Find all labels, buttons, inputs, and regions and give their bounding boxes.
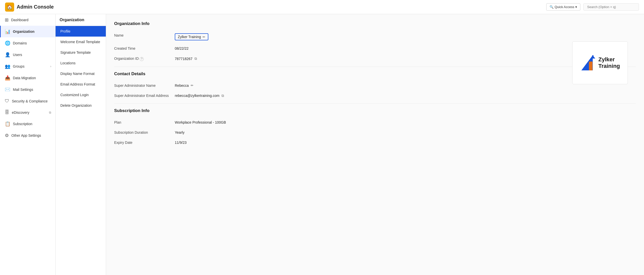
org-logo-box: Zylker Training [572,41,628,84]
sidebar-item-domains[interactable]: 🌐 Domains [0,37,55,49]
org-name-label: Name [114,30,175,43]
submenu-item-delete-org[interactable]: Delete Organization [56,100,106,111]
sidebar-item-security-compliance[interactable]: 🛡 Security & Compliance [0,95,55,107]
org-info-title: Organization Info [114,21,636,26]
duration-label: Subscription Duration [114,127,175,138]
sidebar: ⊞ Dashboard 📊 Organization 🌐 Domains 👤 U… [0,14,56,275]
super-admin-email-label: Super Administrator Email Address [114,91,175,101]
sidebar-item-dashboard[interactable]: ⊞ Dashboard [0,14,55,26]
sidebar-item-users[interactable]: 👤 Users [0,49,55,61]
super-admin-name-edit-icon[interactable]: ✏ [191,84,193,87]
submenu-item-signature[interactable]: Signature Template [56,47,106,58]
duration-value: Yearly [175,127,636,138]
org-id-value: 787718267 ⧉ [175,53,636,64]
external-link-icon: ⧉ [49,111,51,114]
domains-icon: 🌐 [5,40,10,46]
data-migration-icon: 📥 [5,75,10,81]
main-content: Organization Info Name Zylker Training ✏… [106,14,644,275]
svg-rect-3 [592,55,593,59]
ediscovery-icon: 🗄 [5,110,9,115]
mail-settings-icon: ✉️ [5,87,10,92]
sidebar-item-other-app-settings[interactable]: ⚙ Other App Settings [0,130,55,141]
app-logo-icon: 🏠 [5,3,14,12]
content-wrapper: Organization Info Name Zylker Training ✏… [114,21,636,150]
topbar-left: 🏠 Admin Console [5,3,54,12]
topbar-right: 🔍 Quick Access ▾ [546,3,639,11]
sidebar-item-ediscovery[interactable]: 🗄 eDiscovery ⧉ [0,107,55,118]
other-app-icon: ⚙ [5,133,9,138]
submenu-item-display-name[interactable]: Display Name Format [56,68,106,79]
sidebar-item-groups[interactable]: 👥 Groups › [0,61,55,72]
main-layout: ⊞ Dashboard 📊 Organization 🌐 Domains 👤 U… [0,14,644,275]
contact-details-grid: Super Administrator Name Rebecca ✏ Super… [114,80,636,101]
submenu-item-welcome-email[interactable]: Welcome Email Template [56,37,106,47]
zylker-logo-text: Zylker Training [598,56,620,70]
divider-1 [114,67,636,67]
security-icon: 🛡 [5,98,9,104]
dashboard-icon: ⊞ [5,17,9,23]
org-info-grid: Name Zylker Training ✏ Created Time 08/2… [114,30,636,64]
super-admin-name-value: Rebecca ✏ [175,80,636,91]
submenu-header: Organization [56,14,106,26]
submenu-item-email-address[interactable]: Email Address Format [56,79,106,90]
super-admin-email-value: rebecca@zylkertraining.com ⧉ [175,91,636,101]
info-section: Organization Info Name Zylker Training ✏… [114,21,636,150]
org-name-value: Zylker Training ✏ [175,30,636,43]
org-id-help-icon[interactable]: ? [140,57,144,61]
search-icon: 🔍 [550,5,554,9]
subscription-grid: Plan Workplace Professional - 100GB Subs… [114,117,636,148]
expiry-label: Expiry Date [114,138,175,148]
submenu-item-locations[interactable]: Locations [56,58,106,68]
organization-submenu: Organization Profile Welcome Email Templ… [56,14,106,275]
created-time-label: Created Time [114,43,175,53]
sidebar-item-mail-settings[interactable]: ✉️ Mail Settings [0,84,55,95]
super-admin-name-label: Super Administrator Name [114,80,175,91]
topbar: 🏠 Admin Console 🔍 Quick Access ▾ [0,0,644,14]
svg-rect-1 [589,62,592,70]
sidebar-item-organization[interactable]: 📊 Organization [0,26,55,37]
org-id-copy-icon[interactable]: ⧉ [194,57,197,61]
contact-details-title: Contact Details [114,71,636,76]
subscription-icon: 📋 [5,121,10,127]
super-admin-email-copy-icon[interactable]: ⧉ [221,94,224,98]
chevron-right-icon: › [50,65,51,68]
quick-access-button[interactable]: 🔍 Quick Access ▾ [546,3,580,11]
org-name-edit-icon[interactable]: ✏ [203,35,205,39]
search-input[interactable] [583,3,639,11]
divider-2 [114,103,636,104]
users-icon: 👤 [5,52,10,58]
zylker-logo: Zylker Training [576,50,624,76]
app-title: Admin Console [17,4,54,10]
plan-label: Plan [114,117,175,127]
subscription-title: Subscription Info [114,108,636,113]
expiry-value: 11/9/23 [175,138,636,148]
groups-icon: 👥 [5,64,10,69]
created-time-value: 08/22/22 [175,43,636,53]
sidebar-item-subscription[interactable]: 📋 Subscription [0,118,55,130]
submenu-item-customized-login[interactable]: Customized Login [56,90,106,100]
org-id-label: Organization ID ? [114,53,175,64]
plan-value: Workplace Professional - 100GB [175,117,636,127]
organization-icon: 📊 [5,29,10,34]
sidebar-item-data-migration[interactable]: 📥 Data Migration [0,72,55,84]
chevron-down-icon: ▾ [575,5,577,9]
submenu-item-profile[interactable]: Profile [56,26,106,37]
org-name-badge: Zylker Training ✏ [175,33,208,40]
zylker-logo-svg [580,54,595,72]
